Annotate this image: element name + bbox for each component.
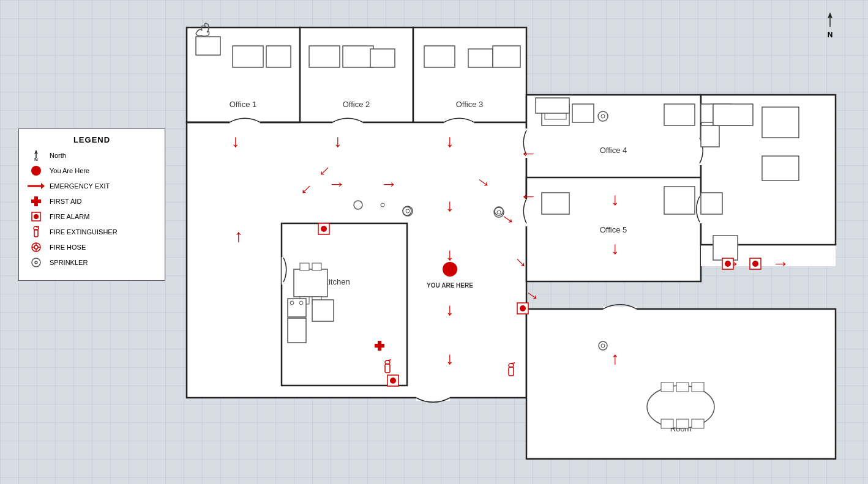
svg-rect-70	[288, 318, 306, 343]
svg-rect-57	[701, 125, 719, 147]
svg-rect-52	[493, 46, 520, 67]
svg-text:↓: ↓	[446, 245, 454, 264]
svg-rect-61	[701, 193, 722, 214]
svg-rect-82	[692, 419, 704, 428]
svg-text:→: →	[380, 174, 397, 193]
svg-point-123	[752, 261, 758, 267]
svg-rect-48	[343, 46, 373, 67]
svg-marker-4	[41, 183, 45, 189]
floor-plan-svg: Office 1 Office 2 Office 3 Office 4 Offi…	[174, 15, 848, 474]
fire-extinguisher-label: FIRE EXTINGUISHER	[50, 228, 118, 236]
svg-rect-78	[676, 382, 689, 392]
svg-text:←: ←	[520, 144, 537, 163]
svg-rect-6	[34, 196, 38, 206]
svg-text:→: →	[328, 174, 345, 193]
svg-text:↓: ↓	[446, 132, 454, 151]
legend-you-are-here: You Are Here	[28, 165, 156, 177]
svg-rect-51	[468, 49, 493, 67]
svg-text:YOU ARE HERE: YOU ARE HERE	[427, 282, 473, 289]
svg-text:↓: ↓	[334, 132, 342, 151]
fire-alarm-label: FIRE ALARM	[50, 213, 89, 220]
office4-label: Office 4	[600, 146, 627, 155]
svg-text:↓: ↓	[611, 190, 619, 209]
sprinkler-icon	[28, 256, 45, 269]
svg-rect-47	[309, 46, 340, 67]
svg-rect-67	[288, 299, 306, 317]
svg-line-11	[36, 226, 39, 227]
svg-text:→: →	[772, 254, 789, 273]
svg-point-119	[520, 305, 526, 311]
legend-fire-hose: FIRE HOSE	[28, 241, 156, 253]
legend-title: LEGEND	[28, 135, 156, 144]
svg-text:↓: ↓	[446, 196, 454, 215]
svg-point-8	[34, 214, 39, 219]
svg-rect-64	[312, 263, 321, 270]
svg-rect-81	[676, 419, 689, 428]
first-aid-label: FIRST AID	[50, 198, 81, 205]
svg-rect-125	[378, 341, 381, 351]
svg-rect-55	[664, 104, 695, 125]
fire-hose-icon	[28, 241, 45, 253]
legend-emergency-exit: EMERGENCY EXIT	[28, 180, 156, 192]
svg-rect-87	[762, 156, 799, 181]
svg-point-18	[32, 258, 40, 267]
svg-rect-49	[370, 49, 395, 67]
svg-point-13	[34, 245, 38, 249]
svg-rect-90	[713, 104, 753, 125]
first-aid-icon	[28, 195, 45, 207]
svg-rect-44	[196, 37, 220, 55]
svg-point-121	[725, 261, 731, 267]
office2-label: Office 2	[343, 100, 370, 109]
svg-rect-59	[542, 193, 569, 214]
north-label: North	[50, 152, 66, 159]
svg-rect-45	[233, 46, 263, 67]
office5-label: Office 5	[600, 225, 627, 234]
svg-rect-50	[424, 46, 455, 67]
north-icon: N	[28, 149, 45, 162]
svg-point-19	[35, 261, 37, 264]
svg-rect-79	[692, 382, 704, 392]
svg-text:N: N	[34, 157, 38, 162]
svg-rect-80	[661, 419, 673, 428]
svg-text:↑: ↑	[234, 226, 243, 245]
svg-text:↓: ↓	[446, 300, 454, 319]
svg-point-130	[390, 378, 396, 384]
svg-rect-63	[300, 263, 309, 270]
legend-box: LEGEND N North You Are Here EMERGENCY EX…	[18, 128, 165, 281]
svg-text:↓: ↓	[231, 132, 240, 151]
fire-extinguisher-icon	[28, 226, 45, 238]
office1-label: Office 1	[230, 100, 257, 109]
svg-rect-62	[294, 269, 327, 297]
svg-rect-54	[572, 104, 594, 122]
svg-rect-46	[266, 46, 291, 67]
legend-north: N North	[28, 149, 156, 162]
sprinkler-label: SPRINKLER	[50, 259, 88, 266]
svg-text:↓: ↓	[611, 239, 619, 258]
svg-rect-71	[312, 300, 334, 321]
svg-rect-89	[536, 98, 569, 113]
svg-line-133	[511, 363, 515, 363]
legend-fire-alarm: FIRE ALARM	[28, 210, 156, 223]
emergency-exit-icon	[28, 180, 45, 192]
svg-rect-77	[661, 382, 673, 392]
emergency-exit-label: EMERGENCY EXIT	[50, 182, 110, 190]
svg-line-128	[387, 360, 391, 360]
svg-rect-60	[664, 187, 695, 214]
svg-rect-86	[762, 107, 799, 138]
svg-point-114	[443, 262, 457, 277]
legend-sprinkler: SPRINKLER	[28, 256, 156, 269]
legend-fire-extinguisher: FIRE EXTINGUISHER	[28, 226, 156, 238]
svg-text:↓: ↓	[446, 349, 454, 368]
office3-label: Office 3	[456, 100, 484, 109]
you-are-here-label: You Are Here	[50, 167, 89, 174]
fire-alarm-icon	[28, 210, 45, 223]
svg-point-117	[321, 226, 327, 232]
svg-text:←: ←	[520, 187, 537, 206]
fire-hose-label: FIRE HOSE	[50, 244, 86, 251]
svg-rect-10	[34, 229, 38, 237]
legend-first-aid: FIRST AID	[28, 195, 156, 207]
svg-text:↑: ↑	[611, 349, 619, 368]
you-are-here-icon	[28, 165, 45, 177]
svg-rect-39	[603, 307, 637, 313]
